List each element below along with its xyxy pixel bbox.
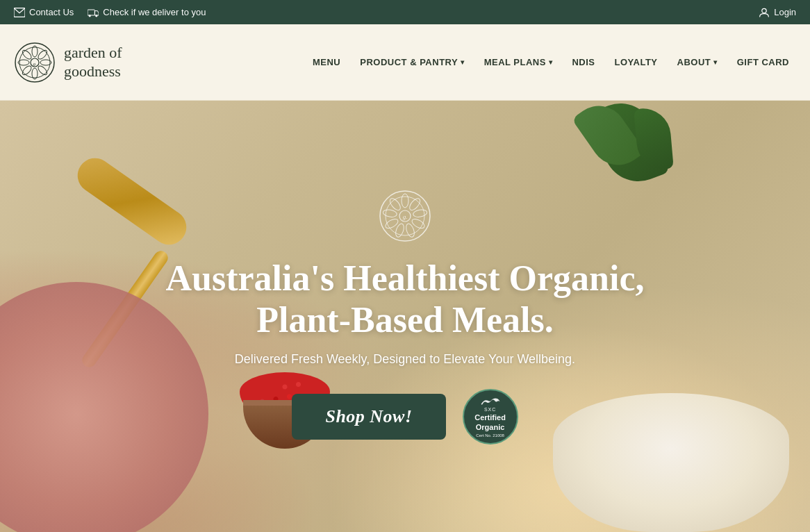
hero-cta-area: Shop Now! SXC Certified Organic Cert No.… [292, 389, 518, 444]
hero-subtitle: Delivered Fresh Weekly, Designed to Elev… [235, 352, 575, 367]
delivery-icon [88, 7, 99, 18]
svg-point-10 [37, 64, 49, 76]
login-area[interactable]: Login [759, 7, 796, 18]
user-icon [759, 7, 770, 18]
svg-point-26 [383, 209, 397, 218]
svg-point-4 [762, 8, 766, 13]
svg-rect-1 [88, 10, 94, 15]
svg-point-12 [21, 64, 33, 76]
nav-meal-plans[interactable]: MEAL PLANS ▾ [484, 57, 553, 67]
svg-point-8 [37, 49, 49, 60]
svg-text:g.: g. [403, 213, 408, 220]
chevron-down-icon: ▾ [461, 58, 465, 66]
email-icon [14, 7, 25, 18]
logo-icon: g. [14, 42, 56, 83]
hero-content: g. Australia's Healthiest Organic, Plant… [0, 101, 810, 532]
organic-badge: SXC Certified Organic Cert No. 21008 [463, 389, 518, 444]
header: g. garden of goodness MENU PRODUCT & PAN… [0, 24, 810, 101]
contact-us-link[interactable]: Contact Us [14, 7, 74, 18]
delivery-check-label: Check if we deliver to you [103, 7, 206, 17]
login-label: Login [774, 7, 796, 17]
badge-top-text: SXC [484, 407, 496, 412]
top-bar: Contact Us Check if we deliver to you Lo… [0, 0, 810, 24]
contact-us-label: Contact Us [29, 7, 74, 17]
nav-loyalty[interactable]: LOYALTY [614, 57, 657, 67]
badge-sub-text: Cert No. 21008 [476, 433, 504, 438]
shop-now-button[interactable]: Shop Now! [292, 394, 445, 440]
main-nav: MENU PRODUCT & PANTRY ▾ MEAL PLANS ▾ NDI… [313, 57, 789, 67]
svg-point-2 [89, 15, 91, 17]
top-bar-left: Contact Us Check if we deliver to you [14, 7, 206, 18]
badge-main-text: Certified Organic [470, 413, 511, 431]
hero-logo-watermark: g. [377, 188, 433, 244]
hero-title: Australia's Healthiest Organic, Plant-Ba… [166, 258, 645, 341]
logo-text-line2: goodness [64, 63, 122, 81]
svg-text:g.: g. [33, 61, 37, 67]
hero-section: g. Australia's Healthiest Organic, Plant… [0, 101, 810, 532]
logo-text: garden of goodness [64, 44, 122, 81]
nav-product-pantry[interactable]: PRODUCT & PANTRY ▾ [360, 57, 464, 67]
svg-point-19 [402, 194, 408, 208]
nav-menu[interactable]: MENU [313, 57, 340, 67]
organic-badge-icon [480, 396, 501, 408]
nav-about[interactable]: ABOUT ▾ [677, 57, 718, 67]
nav-gift-card[interactable]: GIFT CARD [737, 57, 789, 67]
chevron-down-icon: ▾ [549, 58, 553, 66]
logo-area[interactable]: g. garden of goodness [14, 42, 122, 83]
svg-point-3 [96, 15, 98, 17]
delivery-check-link[interactable]: Check if we deliver to you [88, 7, 206, 18]
svg-point-21 [413, 209, 427, 218]
chevron-down-icon: ▾ [713, 58, 718, 66]
svg-point-14 [21, 49, 33, 60]
nav-ndis[interactable]: NDIS [572, 57, 595, 67]
logo-text-line1: garden of [64, 44, 122, 62]
